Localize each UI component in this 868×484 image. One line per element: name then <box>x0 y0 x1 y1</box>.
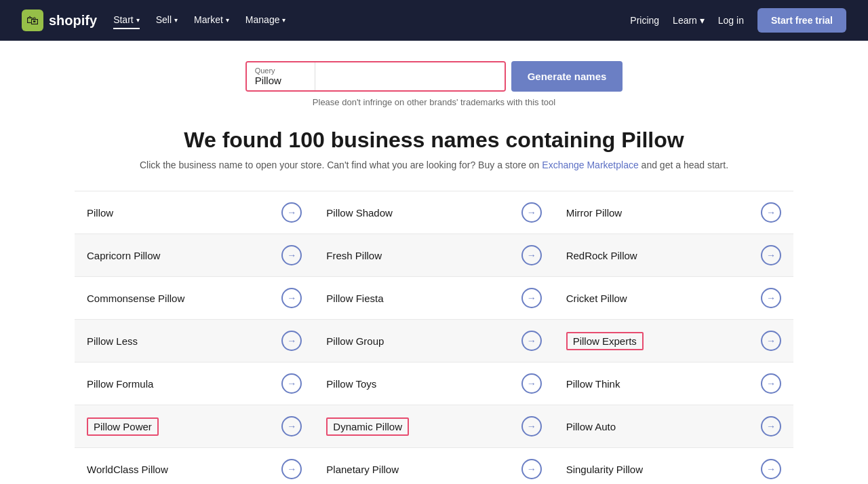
business-name-text: Pillow Experts <box>566 332 644 350</box>
chevron-down-icon: ▾ <box>174 16 178 24</box>
nav-item-manage[interactable]: Manage ▾ <box>245 12 286 29</box>
shopify-logo-icon: 🛍 <box>22 10 43 31</box>
arrow-button[interactable]: → <box>281 245 302 265</box>
arrow-button[interactable]: → <box>281 416 302 436</box>
arrow-button[interactable]: → <box>521 416 542 436</box>
list-item[interactable]: Pillow Power→ <box>75 405 314 448</box>
business-name-text: Pillow Group <box>326 335 384 347</box>
disclaimer-text: Please don't infringe on other brands' t… <box>313 97 555 107</box>
list-item[interactable]: Mirror Pillow→ <box>554 191 793 234</box>
arrow-button[interactable]: → <box>521 459 542 479</box>
arrow-button[interactable]: → <box>521 245 542 265</box>
arrow-button[interactable]: → <box>281 373 302 394</box>
nav-item-start[interactable]: Start ▾ <box>113 12 140 29</box>
search-row: Query Pillow Generate names <box>245 61 623 92</box>
list-item[interactable]: Pillow Group→ <box>314 320 553 362</box>
list-item[interactable]: Capricorn Pillow→ <box>75 234 314 277</box>
business-name-text: Pillow Shadow <box>326 207 393 219</box>
business-name-text: Fresh Pillow <box>326 250 382 261</box>
list-item[interactable]: Pillow Toys→ <box>314 362 553 405</box>
list-item[interactable]: Pillow Auto→ <box>554 405 793 448</box>
login-link[interactable]: Log in <box>718 15 744 26</box>
chevron-down-icon: ▾ <box>136 16 140 24</box>
generate-names-button[interactable]: Generate names <box>511 61 623 92</box>
arrow-button[interactable]: → <box>281 288 302 308</box>
arrow-button[interactable]: → <box>761 373 781 394</box>
list-item[interactable]: Commonsense Pillow→ <box>75 277 314 320</box>
query-label: Query <box>255 67 307 75</box>
logo-text: shopify <box>49 13 97 29</box>
nav-item-sell[interactable]: Sell ▾ <box>156 12 178 29</box>
list-item[interactable]: Pillow Think→ <box>554 362 793 405</box>
logo-area: 🛍 shopify <box>22 10 97 31</box>
business-name-text: Capricorn Pillow <box>87 250 160 261</box>
learn-link[interactable]: Learn ▾ <box>673 15 705 26</box>
business-name-text: Pillow Auto <box>566 421 616 432</box>
arrow-button[interactable]: → <box>761 331 781 351</box>
arrow-button[interactable]: → <box>761 202 781 223</box>
heading-section: We found 100 business names containing P… <box>75 128 793 153</box>
business-name-text: Pillow Power <box>87 417 159 436</box>
business-name-text: Pillow Think <box>566 378 620 390</box>
list-item[interactable]: Cricket Pillow→ <box>554 277 793 320</box>
chevron-down-icon: ▾ <box>226 16 229 24</box>
business-name-text: Pillow Formula <box>87 378 153 390</box>
business-name-text: Pillow Less <box>87 335 138 347</box>
list-item[interactable]: RedRock Pillow→ <box>554 234 793 277</box>
business-name-text: Singularity Pillow <box>566 464 643 475</box>
list-item[interactable]: WorldClass Pillow→ <box>75 448 314 484</box>
arrow-button[interactable]: → <box>761 245 781 265</box>
arrow-button[interactable]: → <box>281 459 302 479</box>
chevron-down-icon: ▾ <box>282 16 285 24</box>
navbar: 🛍 shopify Start ▾ Sell ▾ Market ▾ Manage… <box>0 0 868 41</box>
arrow-button[interactable]: → <box>521 288 542 308</box>
navbar-left: 🛍 shopify Start ▾ Sell ▾ Market ▾ Manage… <box>22 10 285 31</box>
query-label-wrap: Query Pillow <box>247 62 315 90</box>
business-name-text: WorldClass Pillow <box>87 464 168 475</box>
list-item[interactable]: Pillow Less→ <box>75 320 314 362</box>
arrow-button[interactable]: → <box>761 416 781 436</box>
subtext-after: and get a head start. <box>639 160 728 170</box>
list-item[interactable]: Planetary Pillow→ <box>314 448 553 484</box>
list-item[interactable]: Pillow Experts→ <box>554 320 793 362</box>
chevron-down-icon: ▾ <box>700 15 705 26</box>
business-name-text: RedRock Pillow <box>566 250 637 261</box>
query-value: Pillow <box>255 75 307 86</box>
arrow-button[interactable]: → <box>281 331 302 351</box>
business-name-text: Pillow <box>87 207 113 219</box>
navbar-right: Pricing Learn ▾ Log in Start free trial <box>630 8 846 33</box>
arrow-button[interactable]: → <box>761 459 781 479</box>
business-name-text: Planetary Pillow <box>326 464 399 475</box>
business-name-text: Pillow Fiesta <box>326 293 383 304</box>
arrow-button[interactable]: → <box>761 288 781 308</box>
search-box: Query Pillow <box>245 61 506 92</box>
pricing-link[interactable]: Pricing <box>630 15 659 26</box>
subtext: Click the business name to open your sto… <box>75 160 793 170</box>
business-name-text: Mirror Pillow <box>566 207 623 219</box>
subtext-before: Click the business name to open your sto… <box>140 160 542 170</box>
exchange-marketplace-link[interactable]: Exchange Marketplace <box>542 160 638 170</box>
list-item[interactable]: Pillow→ <box>75 191 314 234</box>
list-item[interactable]: Pillow Fiesta→ <box>314 277 553 320</box>
start-trial-button[interactable]: Start free trial <box>757 8 846 33</box>
arrow-button[interactable]: → <box>281 202 302 223</box>
names-grid: Pillow→Pillow Shadow→Mirror Pillow→Capri… <box>75 191 793 484</box>
search-input[interactable] <box>315 62 505 90</box>
main-content: Query Pillow Generate names Please don't… <box>61 41 807 484</box>
page-title: We found 100 business names containing P… <box>75 128 793 153</box>
arrow-button[interactable]: → <box>521 202 542 223</box>
nav-item-market[interactable]: Market ▾ <box>194 12 229 29</box>
business-name-text: Dynamic Pillow <box>326 417 409 436</box>
list-item[interactable]: Fresh Pillow→ <box>314 234 553 277</box>
business-name-text: Cricket Pillow <box>566 293 627 304</box>
list-item[interactable]: Pillow Shadow→ <box>314 191 553 234</box>
arrow-button[interactable]: → <box>521 331 542 351</box>
search-area: Query Pillow Generate names Please don't… <box>75 61 793 107</box>
list-item[interactable]: Singularity Pillow→ <box>554 448 793 484</box>
arrow-button[interactable]: → <box>521 373 542 394</box>
business-name-text: Pillow Toys <box>326 378 376 390</box>
business-name-text: Commonsense Pillow <box>87 293 184 304</box>
list-item[interactable]: Dynamic Pillow→ <box>314 405 553 448</box>
list-item[interactable]: Pillow Formula→ <box>75 362 314 405</box>
